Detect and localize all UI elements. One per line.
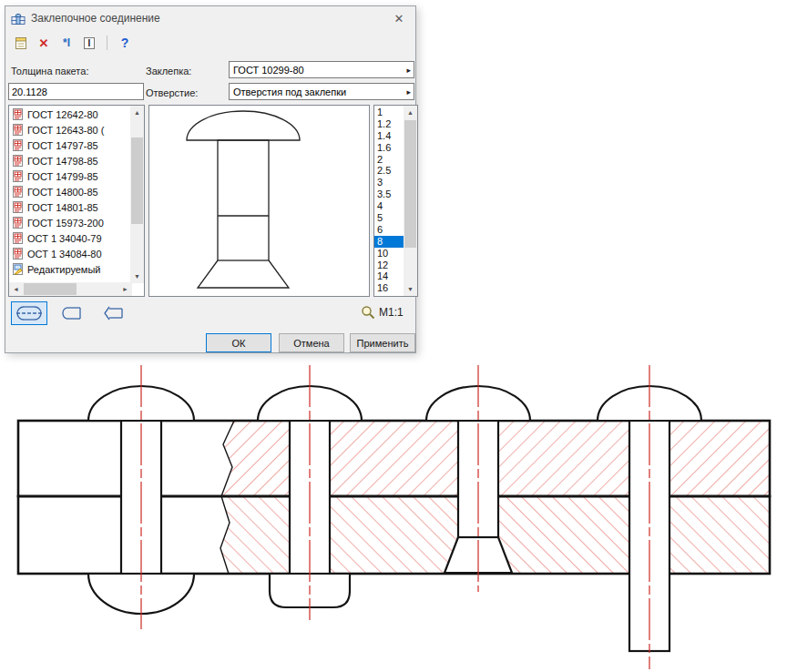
- gost-doc-icon: [12, 186, 24, 198]
- rivet-standard-combo[interactable]: ГОСТ 10299-80 ▸: [229, 61, 414, 78]
- help-button[interactable]: ?: [115, 33, 135, 53]
- combo-arrow-icon[interactable]: ▸: [406, 66, 414, 75]
- standard-item[interactable]: ГОСТ 12642-80: [9, 107, 131, 122]
- standard-item[interactable]: ГОСТ 15973-200: [9, 215, 131, 230]
- diameter-vscrollbar[interactable]: ▲ ▼: [404, 106, 417, 296]
- screen: Заклепочное соединение ✕ ✕ *I I ? Толщин…: [0, 0, 787, 672]
- standard-item[interactable]: ОСТ 1 34040-79: [9, 230, 131, 246]
- standard-item[interactable]: ГОСТ 14800-85: [9, 184, 131, 199]
- magnifier-icon[interactable]: [361, 305, 375, 320]
- edit-inplace-button[interactable]: I: [79, 33, 99, 53]
- diameter-item[interactable]: 1: [374, 107, 404, 118]
- standard-item[interactable]: ГОСТ 12643-80 (: [9, 122, 131, 137]
- rivet-type-both-round-button[interactable]: [11, 301, 47, 325]
- diameter-list-items: 11.21.41.622.533.5456810121416: [374, 107, 404, 297]
- titlebar: Заклепочное соединение ✕: [5, 6, 415, 30]
- dialog-icon: [11, 11, 26, 25]
- close-button[interactable]: ✕: [383, 6, 415, 30]
- help-icon: ?: [121, 36, 129, 50]
- delete-icon: ✕: [39, 36, 49, 50]
- gost-doc-icon: [12, 139, 24, 151]
- rivet-both-round-heads-icon: [15, 305, 43, 321]
- diameter-item[interactable]: 3.5: [374, 188, 404, 200]
- gost-doc-icon: [12, 108, 24, 120]
- standard-item-label: ГОСТ 14801-85: [27, 202, 98, 213]
- diameter-item[interactable]: 2.5: [374, 165, 404, 177]
- hole-type-combo[interactable]: Отверстия под заклепки ▸: [229, 83, 414, 100]
- standard-item[interactable]: ОСТ 1 34084-80: [9, 246, 131, 261]
- gost-doc-icon: [12, 170, 24, 182]
- diameter-item[interactable]: 6: [374, 224, 404, 236]
- hscroll-thumb[interactable]: [24, 283, 77, 295]
- edit-params-button[interactable]: *I: [56, 33, 77, 53]
- diameter-item[interactable]: 10: [374, 248, 404, 260]
- scroll-up-icon[interactable]: ▲: [404, 106, 417, 119]
- diameter-item[interactable]: 1.2: [374, 118, 404, 130]
- scroll-right-icon[interactable]: ►: [118, 282, 132, 296]
- standard-item-label: ГОСТ 15973-200: [27, 218, 104, 229]
- rivet-standard-value: ГОСТ 10299-80: [233, 65, 304, 76]
- standards-list-items: ГОСТ 12642-80ГОСТ 12643-80 (ГОСТ 14797-8…: [9, 107, 131, 282]
- standard-item[interactable]: ГОСТ 14798-85: [9, 153, 131, 168]
- delete-button[interactable]: ✕: [34, 33, 54, 53]
- standard-item[interactable]: ГОСТ 14797-85: [9, 137, 131, 153]
- rivet-type-round-head-button[interactable]: [53, 301, 89, 325]
- gost-doc-icon: [12, 155, 24, 167]
- edit-params-icon: *I: [63, 36, 70, 49]
- standard-item[interactable]: Редактируемый: [9, 261, 131, 277]
- vscroll-thumb[interactable]: [404, 120, 416, 248]
- diameter-item[interactable]: 16: [374, 282, 404, 294]
- combo-arrow-icon[interactable]: ▸: [406, 87, 414, 97]
- diameter-item[interactable]: 14: [374, 270, 404, 282]
- standards-vscrollbar[interactable]: ▲ ▼: [130, 106, 144, 283]
- diameter-item[interactable]: 2: [374, 154, 404, 166]
- standard-item-label: ГОСТ 14800-85: [27, 187, 98, 198]
- standard-item-label: ГОСТ 14799-85: [27, 171, 98, 182]
- cancel-button[interactable]: Отмена: [279, 333, 344, 352]
- standard-item-label: ГОСТ 14797-85: [27, 140, 98, 151]
- standards-hscrollbar[interactable]: ◄ ►: [9, 282, 132, 296]
- new-object-button[interactable]: [11, 33, 31, 53]
- scroll-left-icon[interactable]: ◄: [9, 282, 23, 296]
- standard-item[interactable]: ГОСТ 14801-85: [9, 199, 131, 215]
- diameter-item[interactable]: 4: [374, 200, 404, 212]
- diameter-item[interactable]: 1.6: [374, 142, 404, 154]
- diameter-listbox: 11.21.41.622.533.5456810121416 ▲ ▼: [373, 105, 418, 297]
- apply-button[interactable]: Применить: [350, 333, 415, 352]
- thickness-label: Толщина пакета:: [11, 66, 88, 76]
- standard-item-label: Редактируемый: [27, 264, 101, 275]
- diameter-item[interactable]: 3: [374, 177, 404, 188]
- edit-inplace-icon: I: [84, 37, 96, 49]
- standard-item[interactable]: ГОСТ 14799-85: [9, 168, 131, 184]
- standard-item-label: ОСТ 1 34040-79: [27, 233, 102, 244]
- diameter-item[interactable]: 1.4: [374, 130, 404, 142]
- hole-label: Отверстие:: [146, 87, 198, 98]
- rivet-round-head-icon: [57, 305, 85, 321]
- diameter-item[interactable]: 5: [374, 212, 404, 224]
- rivet-type-countersunk-button[interactable]: [95, 301, 131, 325]
- scroll-down-icon[interactable]: ▼: [130, 270, 144, 283]
- assembly-drawing-area: [0, 362, 787, 672]
- vscroll-thumb[interactable]: [131, 137, 143, 224]
- thickness-input[interactable]: [8, 83, 144, 100]
- gost-doc-icon: [12, 217, 24, 229]
- gost-doc-icon: [12, 124, 24, 136]
- editable-doc-icon: [12, 263, 24, 275]
- new-object-icon: [15, 36, 28, 50]
- rivet-preview-drawing: [149, 106, 369, 296]
- standard-item-label: ГОСТ 12643-80 (: [27, 125, 104, 136]
- rivet-preview-panel: [148, 105, 370, 297]
- dialog-toolbar: ✕ *I I ?: [11, 33, 135, 53]
- ok-button[interactable]: ОК: [206, 333, 271, 352]
- scroll-up-icon[interactable]: ▲: [130, 106, 144, 119]
- gost-doc-icon: [12, 232, 24, 244]
- scale-indicator: М1:1: [361, 305, 404, 320]
- rivet-label: Заклепка:: [146, 66, 191, 76]
- hole-type-value: Отверстия под заклепки: [233, 87, 346, 97]
- gost-doc-icon: [12, 248, 24, 260]
- diameter-item[interactable]: 8: [374, 236, 404, 248]
- diameter-item[interactable]: 12: [374, 260, 404, 271]
- gost-doc-icon: [12, 201, 24, 213]
- standards-listbox: ГОСТ 12642-80ГОСТ 12643-80 (ГОСТ 14797-8…: [8, 105, 145, 297]
- scroll-down-icon[interactable]: ▼: [404, 282, 417, 296]
